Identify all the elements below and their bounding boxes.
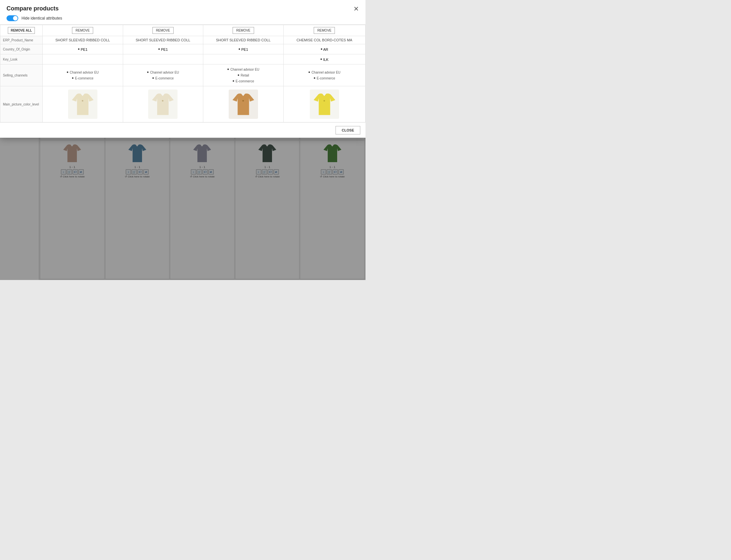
country-cell: • AR xyxy=(283,44,365,54)
attr-label: Country_Of_Origin xyxy=(0,44,43,54)
table-row: ERP_Product_Name SHORT SLEEVED RIBBED CO… xyxy=(0,36,366,44)
product-name-cell: SHORT SLEEVED RIBBED COLL xyxy=(43,36,123,44)
header-attr: REMOVE ALL xyxy=(0,25,43,36)
attr-label: Selling_channels xyxy=(0,64,43,86)
image-cell xyxy=(283,86,365,122)
table-header-row: REMOVE ALL REMOVE REMOVE REMOVE REMOVE xyxy=(0,25,366,36)
product-name-cell: SHORT SLEEVED RIBBED COLL xyxy=(123,36,203,44)
remove-col2-button[interactable]: REMOVE xyxy=(152,27,174,34)
image-cell xyxy=(203,86,284,122)
footer-close-button[interactable]: CLOSE xyxy=(335,126,360,134)
selling-channels-cell: • Channel advisor EU • E-commerce xyxy=(43,64,123,86)
header-col3: REMOVE xyxy=(203,25,284,36)
table-row: Country_Of_Origin • PE1 • PE1 • PE1 • AR xyxy=(0,44,366,54)
table-row: Main_picture_color_level xyxy=(0,86,366,122)
key-look-cell xyxy=(123,54,203,64)
table-row: Key_Look • ILK xyxy=(0,54,366,64)
key-look-cell: • ILK xyxy=(283,54,365,64)
attr-label: Main_picture_color_level xyxy=(0,86,43,122)
svg-point-2 xyxy=(242,100,244,102)
compare-modal-header: Compare products ✕ xyxy=(0,0,366,15)
selling-channels-cell: • Channel advisor EU • E-commerce xyxy=(123,64,203,86)
compare-modal: Compare products ✕ Hide identical attrib… xyxy=(0,0,366,138)
toggle-label: Hide identical attributes xyxy=(21,16,62,21)
modal-close-button[interactable]: ✕ xyxy=(353,6,359,12)
svg-point-1 xyxy=(162,100,163,102)
remove-col4-button[interactable]: REMOVE xyxy=(314,27,335,34)
compare-table-wrapper[interactable]: REMOVE ALL REMOVE REMOVE REMOVE REMOVE xyxy=(0,24,366,122)
selling-channels-cell: • Channel advisor EU • E-commerce xyxy=(283,64,365,86)
image-cell xyxy=(43,86,123,122)
remove-all-button[interactable]: REMOVE ALL xyxy=(8,27,35,34)
remove-col3-button[interactable]: REMOVE xyxy=(232,27,254,34)
remove-col1-button[interactable]: REMOVE xyxy=(72,27,93,34)
compare-modal-title: Compare products xyxy=(7,5,59,12)
svg-point-0 xyxy=(82,100,83,102)
country-cell: • PE1 xyxy=(203,44,284,54)
product-name-cell: SHORT SLEEVED RIBBED COLL xyxy=(203,36,284,44)
header-col1: REMOVE xyxy=(43,25,123,36)
hide-identical-toggle[interactable] xyxy=(7,15,18,21)
key-look-cell xyxy=(43,54,123,64)
image-cell xyxy=(123,86,203,122)
country-cell: • PE1 xyxy=(43,44,123,54)
compare-table: REMOVE ALL REMOVE REMOVE REMOVE REMOVE xyxy=(0,25,366,122)
toggle-row: Hide identical attributes xyxy=(0,15,366,24)
key-look-cell xyxy=(203,54,284,64)
svg-point-3 xyxy=(323,100,325,102)
attr-label: Key_Look xyxy=(0,54,43,64)
header-col4: REMOVE xyxy=(283,25,365,36)
attr-label: ERP_Product_Name xyxy=(0,36,43,44)
header-col2: REMOVE xyxy=(123,25,203,36)
table-row: Selling_channels • Channel advisor EU • … xyxy=(0,64,366,86)
compare-footer: CLOSE xyxy=(0,122,366,138)
country-cell: • PE1 xyxy=(123,44,203,54)
product-name-cell: CHEMISE COL BORD-COTES MA xyxy=(283,36,365,44)
selling-channels-cell: • Channel advisor EU • Retail • E-commer… xyxy=(203,64,284,86)
